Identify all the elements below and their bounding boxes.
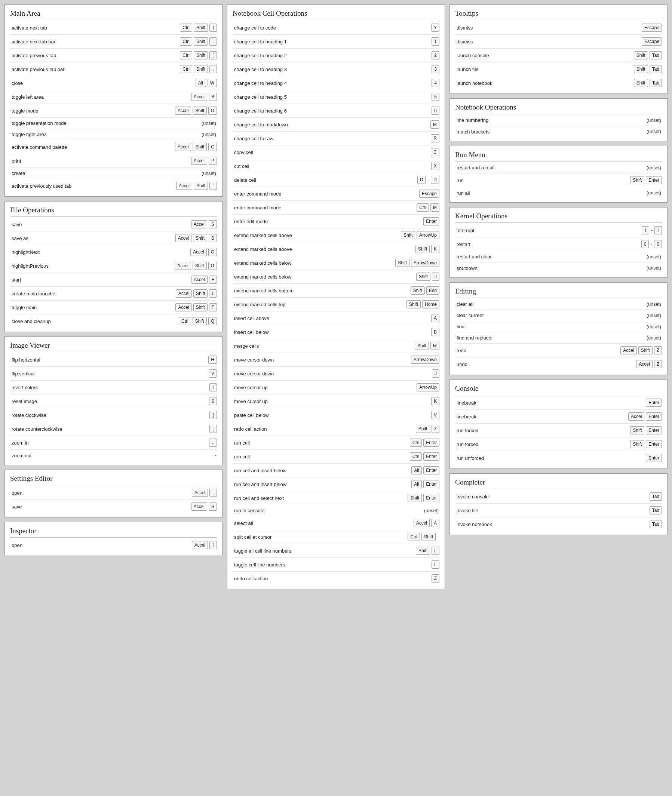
shortcut-row[interactable]: reset image0: [10, 395, 217, 408]
shortcut-row[interactable]: insert cell belowB: [233, 325, 439, 339]
shortcut-row[interactable]: enter command modeCtrlM: [233, 201, 439, 214]
shortcut-row[interactable]: run cell and insert belowAltEnter: [233, 464, 439, 478]
shortcut-row[interactable]: run unforcedEnter: [455, 451, 662, 465]
shortcut-row[interactable]: clear current(unset): [455, 310, 662, 321]
shortcut-row[interactable]: cut cellX: [233, 159, 439, 173]
shortcut-row[interactable]: invoke fileTab: [455, 503, 662, 518]
shortcut-row[interactable]: change cell to heading 22: [233, 49, 439, 62]
shortcut-row[interactable]: run forcedShiftEnter: [455, 438, 662, 451]
shortcut-row[interactable]: openAccelI: [10, 539, 217, 552]
shortcut-row[interactable]: launch notebookShiftTab: [455, 76, 662, 90]
shortcut-row[interactable]: highlightNextAccelG: [10, 245, 217, 259]
shortcut-row[interactable]: change cell to heading 66: [233, 104, 439, 118]
shortcut-row[interactable]: change cell to heading 11: [233, 35, 439, 49]
shortcut-row[interactable]: extend marked cells belowShiftJ: [233, 270, 439, 284]
shortcut-row[interactable]: zoom in=: [10, 436, 217, 450]
shortcut-row[interactable]: change cell to codeY: [233, 21, 439, 35]
shortcut-row[interactable]: restart and run all(unset): [455, 162, 662, 174]
shortcut-row[interactable]: change cell to heading 33: [233, 62, 439, 76]
shortcut-row[interactable]: interruptI-I: [455, 224, 662, 237]
shortcut-row[interactable]: closeAltW: [10, 76, 217, 90]
shortcut-row[interactable]: move cursor downArrowDown: [233, 353, 439, 367]
shortcut-row[interactable]: toggle right area(unset): [10, 129, 217, 140]
shortcut-row[interactable]: toggle presentation mode(unset): [10, 118, 217, 129]
shortcut-row[interactable]: move cursor upArrowUp: [233, 380, 439, 395]
shortcut-row[interactable]: move cursor downJ: [233, 367, 439, 380]
shortcut-row[interactable]: zoom out-: [10, 450, 217, 461]
shortcut-row[interactable]: run cell and select nextShiftEnter: [233, 491, 439, 505]
shortcut-row[interactable]: toggle all cell line numbersShiftL: [233, 544, 439, 558]
shortcut-row[interactable]: close and cleanupCtrlShiftQ: [10, 315, 217, 328]
shortcut-row[interactable]: activate previously used tabAccelShift': [10, 179, 217, 193]
shortcut-row[interactable]: undoAccelZ: [455, 357, 662, 371]
shortcut-row[interactable]: openAccel,: [10, 486, 217, 500]
shortcut-row[interactable]: select allAccelA: [233, 516, 439, 530]
shortcut-row[interactable]: line numbering(unset): [455, 115, 662, 126]
shortcut-row[interactable]: paste cell belowV: [233, 408, 439, 422]
shortcut-row[interactable]: run cellCtrlEnter: [233, 436, 439, 450]
shortcut-row[interactable]: run in console(unset): [233, 505, 439, 516]
shortcut-row[interactable]: dismissEscape: [455, 21, 662, 35]
shortcut-row[interactable]: toggle cell line numbersL: [233, 558, 439, 572]
shortcut-row[interactable]: move cursor upK: [233, 395, 439, 408]
shortcut-row[interactable]: match brackets(unset): [455, 126, 662, 137]
shortcut-row[interactable]: create main launcherAccelShiftL: [10, 287, 217, 300]
shortcut-row[interactable]: saveAccelS: [10, 217, 217, 232]
shortcut-row[interactable]: change cell to markdownM: [233, 118, 439, 132]
shortcut-row[interactable]: activate previous tabCtrlShift[: [10, 49, 217, 62]
shortcut-row[interactable]: find(unset): [455, 321, 662, 332]
shortcut-row[interactable]: dismissEscape: [455, 35, 662, 49]
shortcut-row[interactable]: activate previous tab barCtrlShift,: [10, 62, 217, 76]
shortcut-row[interactable]: toggle left areaAccelB: [10, 90, 217, 104]
shortcut-row[interactable]: extend marked cells aboveShiftArrowUp: [233, 229, 439, 242]
shortcut-row[interactable]: change cell to heading 55: [233, 90, 439, 104]
shortcut-row[interactable]: rotate clockwise]: [10, 408, 217, 422]
shortcut-row[interactable]: invoke notebookTab: [455, 518, 662, 531]
shortcut-row[interactable]: create(unset): [10, 168, 217, 179]
shortcut-row[interactable]: flip verticalV: [10, 367, 217, 380]
shortcut-row[interactable]: undo cell actionZ: [233, 572, 439, 585]
shortcut-row[interactable]: change cell to heading 44: [233, 76, 439, 90]
shortcut-row[interactable]: extend marked cells aboveShiftK: [233, 242, 439, 256]
shortcut-row[interactable]: enter edit modeEnter: [233, 214, 439, 229]
shortcut-row[interactable]: run forcedShiftEnter: [455, 424, 662, 438]
shortcut-row[interactable]: rotate counterclockwise[: [10, 422, 217, 436]
shortcut-row[interactable]: merge cellsShiftM: [233, 339, 439, 353]
shortcut-row[interactable]: delete cellD-D: [233, 173, 439, 187]
shortcut-row[interactable]: linebreakAccelEnter: [455, 410, 662, 424]
shortcut-row[interactable]: saveAccelS: [10, 500, 217, 513]
shortcut-row[interactable]: invert colorsI: [10, 380, 217, 395]
shortcut-row[interactable]: runShiftEnter: [455, 174, 662, 187]
shortcut-row[interactable]: highlightPreviousAccelShiftG: [10, 259, 217, 273]
shortcut-row[interactable]: toggle mainAccelShiftF: [10, 300, 217, 315]
shortcut-row[interactable]: find and replace(unset): [455, 332, 662, 344]
shortcut-row[interactable]: extend marked cells topShiftHome: [233, 297, 439, 312]
shortcut-row[interactable]: restart0-0: [455, 237, 662, 251]
shortcut-row[interactable]: invoke consoleTab: [455, 490, 662, 503]
shortcut-row[interactable]: enter command modeEscape: [233, 187, 439, 201]
shortcut-row[interactable]: activate next tab barCtrlShift.: [10, 35, 217, 49]
shortcut-row[interactable]: clear all(unset): [455, 299, 662, 310]
shortcut-row[interactable]: run cellCtrlEnter: [233, 450, 439, 464]
shortcut-row[interactable]: copy cellC: [233, 145, 439, 159]
shortcut-row[interactable]: extend marked cells bottomShiftEnd: [233, 284, 439, 297]
shortcut-row[interactable]: split cell at cursorCtrlShift-: [233, 530, 439, 544]
shortcut-row[interactable]: restart and clear(unset): [455, 251, 662, 262]
shortcut-row[interactable]: linebreakEnter: [455, 396, 662, 410]
shortcut-row[interactable]: redoAccelShiftZ: [455, 344, 662, 357]
shortcut-row[interactable]: activate next tabCtrlShift]: [10, 21, 217, 35]
shortcut-row[interactable]: startAccelF: [10, 273, 217, 287]
shortcut-row[interactable]: toggle modeAccelShiftD: [10, 104, 217, 118]
shortcut-row[interactable]: change cell to rawR: [233, 132, 439, 145]
shortcut-row[interactable]: printAccelP: [10, 154, 217, 168]
shortcut-row[interactable]: launch fileShiftTab: [455, 62, 662, 76]
shortcut-row[interactable]: insert cell aboveA: [233, 312, 439, 325]
shortcut-row[interactable]: launch consoleShiftTab: [455, 49, 662, 62]
shortcut-row[interactable]: shutdown(unset): [455, 262, 662, 274]
shortcut-row[interactable]: activate command paletteAccelShiftC: [10, 140, 217, 154]
shortcut-row[interactable]: run cell and insert belowAltEnter: [233, 478, 439, 491]
shortcut-row[interactable]: save asAccelShiftS: [10, 232, 217, 245]
shortcut-row[interactable]: extend marked cells belowShiftArrowDown: [233, 256, 439, 270]
shortcut-row[interactable]: flip horizontalH: [10, 353, 217, 367]
shortcut-row[interactable]: redo cell actionShiftZ: [233, 422, 439, 436]
